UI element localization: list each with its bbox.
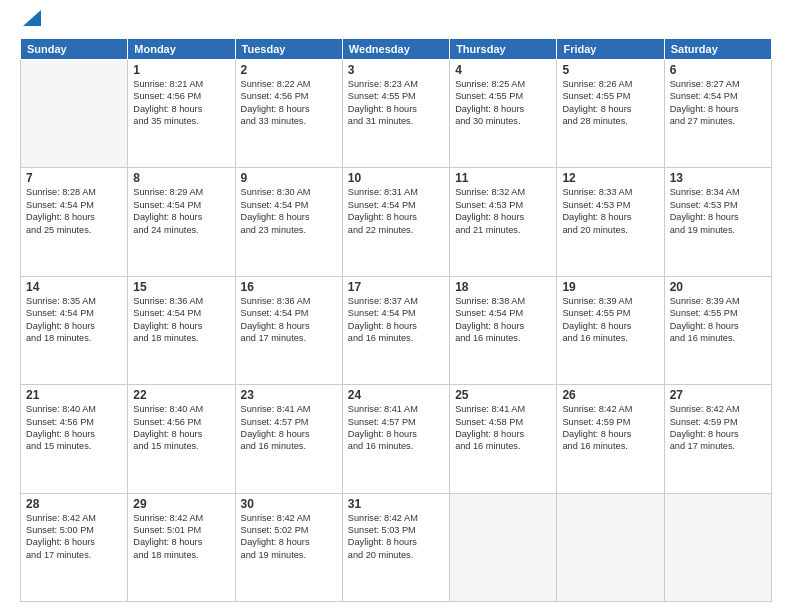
day-info: Sunrise: 8:40 AMSunset: 4:56 PMDaylight:…	[133, 403, 229, 453]
day-info: Sunrise: 8:41 AMSunset: 4:57 PMDaylight:…	[348, 403, 444, 453]
day-number: 29	[133, 497, 229, 511]
calendar-cell: 26Sunrise: 8:42 AMSunset: 4:59 PMDayligh…	[557, 385, 664, 493]
calendar-cell: 17Sunrise: 8:37 AMSunset: 4:54 PMDayligh…	[342, 276, 449, 384]
day-info: Sunrise: 8:31 AMSunset: 4:54 PMDaylight:…	[348, 186, 444, 236]
day-number: 30	[241, 497, 337, 511]
calendar-cell	[450, 493, 557, 601]
day-info: Sunrise: 8:42 AMSunset: 4:59 PMDaylight:…	[562, 403, 658, 453]
day-number: 21	[26, 388, 122, 402]
day-info: Sunrise: 8:32 AMSunset: 4:53 PMDaylight:…	[455, 186, 551, 236]
day-number: 5	[562, 63, 658, 77]
day-info: Sunrise: 8:29 AMSunset: 4:54 PMDaylight:…	[133, 186, 229, 236]
day-number: 3	[348, 63, 444, 77]
day-info: Sunrise: 8:41 AMSunset: 4:57 PMDaylight:…	[241, 403, 337, 453]
day-number: 11	[455, 171, 551, 185]
calendar-week-row: 1Sunrise: 8:21 AMSunset: 4:56 PMDaylight…	[21, 60, 772, 168]
weekday-header-row: SundayMondayTuesdayWednesdayThursdayFrid…	[21, 39, 772, 60]
day-info: Sunrise: 8:40 AMSunset: 4:56 PMDaylight:…	[26, 403, 122, 453]
day-number: 12	[562, 171, 658, 185]
day-info: Sunrise: 8:28 AMSunset: 4:54 PMDaylight:…	[26, 186, 122, 236]
day-number: 14	[26, 280, 122, 294]
day-info: Sunrise: 8:36 AMSunset: 4:54 PMDaylight:…	[133, 295, 229, 345]
weekday-header-monday: Monday	[128, 39, 235, 60]
day-number: 20	[670, 280, 766, 294]
calendar-cell: 18Sunrise: 8:38 AMSunset: 4:54 PMDayligh…	[450, 276, 557, 384]
logo	[20, 16, 41, 30]
calendar-week-row: 14Sunrise: 8:35 AMSunset: 4:54 PMDayligh…	[21, 276, 772, 384]
day-info: Sunrise: 8:22 AMSunset: 4:56 PMDaylight:…	[241, 78, 337, 128]
calendar-cell: 15Sunrise: 8:36 AMSunset: 4:54 PMDayligh…	[128, 276, 235, 384]
calendar-cell: 10Sunrise: 8:31 AMSunset: 4:54 PMDayligh…	[342, 168, 449, 276]
calendar-cell: 5Sunrise: 8:26 AMSunset: 4:55 PMDaylight…	[557, 60, 664, 168]
calendar-cell: 31Sunrise: 8:42 AMSunset: 5:03 PMDayligh…	[342, 493, 449, 601]
weekday-header-wednesday: Wednesday	[342, 39, 449, 60]
day-number: 25	[455, 388, 551, 402]
calendar-cell: 19Sunrise: 8:39 AMSunset: 4:55 PMDayligh…	[557, 276, 664, 384]
day-number: 31	[348, 497, 444, 511]
day-info: Sunrise: 8:38 AMSunset: 4:54 PMDaylight:…	[455, 295, 551, 345]
weekday-header-thursday: Thursday	[450, 39, 557, 60]
calendar-cell: 14Sunrise: 8:35 AMSunset: 4:54 PMDayligh…	[21, 276, 128, 384]
day-info: Sunrise: 8:30 AMSunset: 4:54 PMDaylight:…	[241, 186, 337, 236]
day-info: Sunrise: 8:36 AMSunset: 4:54 PMDaylight:…	[241, 295, 337, 345]
weekday-header-sunday: Sunday	[21, 39, 128, 60]
day-info: Sunrise: 8:27 AMSunset: 4:54 PMDaylight:…	[670, 78, 766, 128]
svg-marker-0	[23, 10, 41, 26]
day-number: 1	[133, 63, 229, 77]
calendar-cell: 29Sunrise: 8:42 AMSunset: 5:01 PMDayligh…	[128, 493, 235, 601]
calendar-cell: 20Sunrise: 8:39 AMSunset: 4:55 PMDayligh…	[664, 276, 771, 384]
calendar-cell: 30Sunrise: 8:42 AMSunset: 5:02 PMDayligh…	[235, 493, 342, 601]
day-info: Sunrise: 8:35 AMSunset: 4:54 PMDaylight:…	[26, 295, 122, 345]
page: SundayMondayTuesdayWednesdayThursdayFrid…	[0, 0, 792, 612]
calendar-cell: 8Sunrise: 8:29 AMSunset: 4:54 PMDaylight…	[128, 168, 235, 276]
day-number: 7	[26, 171, 122, 185]
calendar-cell: 16Sunrise: 8:36 AMSunset: 4:54 PMDayligh…	[235, 276, 342, 384]
calendar-table: SundayMondayTuesdayWednesdayThursdayFrid…	[20, 38, 772, 602]
day-info: Sunrise: 8:21 AMSunset: 4:56 PMDaylight:…	[133, 78, 229, 128]
day-number: 16	[241, 280, 337, 294]
calendar-cell: 12Sunrise: 8:33 AMSunset: 4:53 PMDayligh…	[557, 168, 664, 276]
day-number: 8	[133, 171, 229, 185]
day-info: Sunrise: 8:42 AMSunset: 5:02 PMDaylight:…	[241, 512, 337, 562]
calendar-cell: 6Sunrise: 8:27 AMSunset: 4:54 PMDaylight…	[664, 60, 771, 168]
day-number: 24	[348, 388, 444, 402]
day-number: 2	[241, 63, 337, 77]
calendar-cell: 13Sunrise: 8:34 AMSunset: 4:53 PMDayligh…	[664, 168, 771, 276]
day-number: 9	[241, 171, 337, 185]
day-info: Sunrise: 8:25 AMSunset: 4:55 PMDaylight:…	[455, 78, 551, 128]
day-number: 6	[670, 63, 766, 77]
day-number: 22	[133, 388, 229, 402]
calendar-week-row: 21Sunrise: 8:40 AMSunset: 4:56 PMDayligh…	[21, 385, 772, 493]
calendar-cell: 1Sunrise: 8:21 AMSunset: 4:56 PMDaylight…	[128, 60, 235, 168]
calendar-week-row: 7Sunrise: 8:28 AMSunset: 4:54 PMDaylight…	[21, 168, 772, 276]
calendar-cell: 11Sunrise: 8:32 AMSunset: 4:53 PMDayligh…	[450, 168, 557, 276]
day-info: Sunrise: 8:37 AMSunset: 4:54 PMDaylight:…	[348, 295, 444, 345]
calendar-cell: 2Sunrise: 8:22 AMSunset: 4:56 PMDaylight…	[235, 60, 342, 168]
calendar-cell: 21Sunrise: 8:40 AMSunset: 4:56 PMDayligh…	[21, 385, 128, 493]
logo-chevron-icon	[23, 4, 41, 30]
day-number: 10	[348, 171, 444, 185]
calendar-cell	[21, 60, 128, 168]
calendar-cell: 25Sunrise: 8:41 AMSunset: 4:58 PMDayligh…	[450, 385, 557, 493]
day-number: 13	[670, 171, 766, 185]
day-info: Sunrise: 8:39 AMSunset: 4:55 PMDaylight:…	[562, 295, 658, 345]
calendar-week-row: 28Sunrise: 8:42 AMSunset: 5:00 PMDayligh…	[21, 493, 772, 601]
day-info: Sunrise: 8:42 AMSunset: 5:03 PMDaylight:…	[348, 512, 444, 562]
day-number: 28	[26, 497, 122, 511]
calendar-cell: 9Sunrise: 8:30 AMSunset: 4:54 PMDaylight…	[235, 168, 342, 276]
day-info: Sunrise: 8:34 AMSunset: 4:53 PMDaylight:…	[670, 186, 766, 236]
calendar-cell: 27Sunrise: 8:42 AMSunset: 4:59 PMDayligh…	[664, 385, 771, 493]
weekday-header-friday: Friday	[557, 39, 664, 60]
calendar-cell	[664, 493, 771, 601]
calendar-cell: 23Sunrise: 8:41 AMSunset: 4:57 PMDayligh…	[235, 385, 342, 493]
day-info: Sunrise: 8:26 AMSunset: 4:55 PMDaylight:…	[562, 78, 658, 128]
calendar-cell: 22Sunrise: 8:40 AMSunset: 4:56 PMDayligh…	[128, 385, 235, 493]
calendar-cell: 28Sunrise: 8:42 AMSunset: 5:00 PMDayligh…	[21, 493, 128, 601]
day-info: Sunrise: 8:42 AMSunset: 4:59 PMDaylight:…	[670, 403, 766, 453]
day-info: Sunrise: 8:23 AMSunset: 4:55 PMDaylight:…	[348, 78, 444, 128]
calendar-cell: 24Sunrise: 8:41 AMSunset: 4:57 PMDayligh…	[342, 385, 449, 493]
day-number: 19	[562, 280, 658, 294]
calendar-cell: 7Sunrise: 8:28 AMSunset: 4:54 PMDaylight…	[21, 168, 128, 276]
day-number: 17	[348, 280, 444, 294]
day-info: Sunrise: 8:39 AMSunset: 4:55 PMDaylight:…	[670, 295, 766, 345]
